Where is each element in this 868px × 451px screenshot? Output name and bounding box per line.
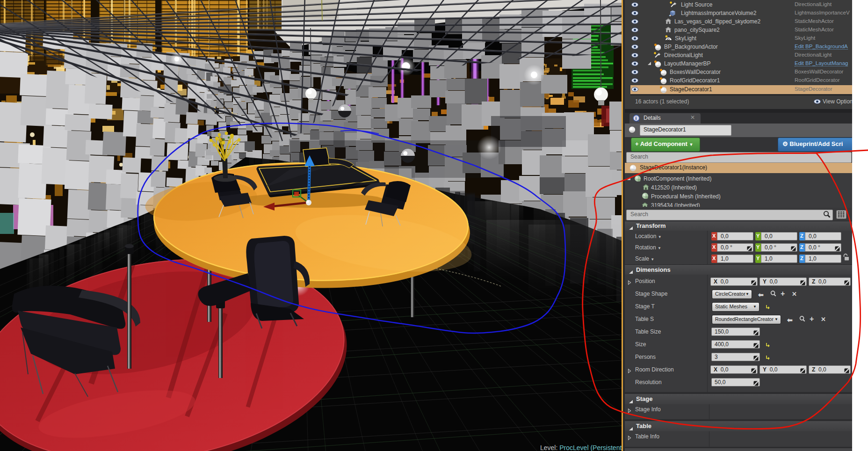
svg-text:+: + <box>669 14 672 17</box>
svg-text:i: i <box>635 116 637 121</box>
svg-text:Level: ProcLevel (Persistent): Level: ProcLevel (Persistent) <box>540 444 622 451</box>
